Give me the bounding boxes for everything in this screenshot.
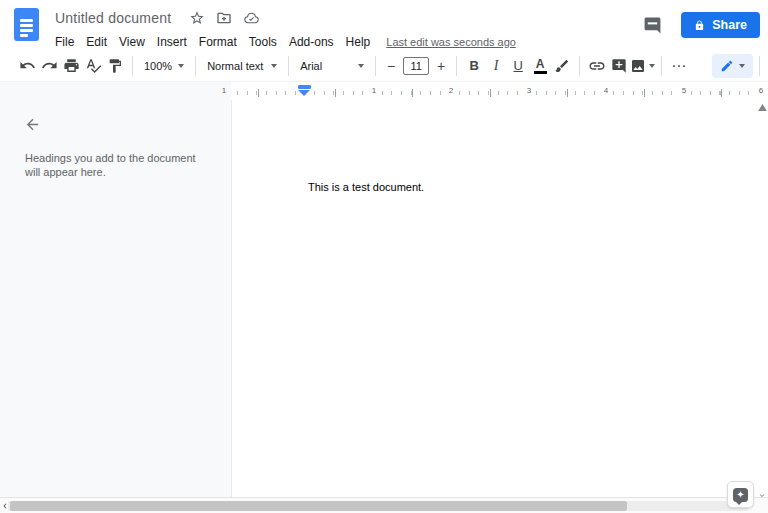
spellcheck-button[interactable]	[82, 54, 104, 78]
italic-button[interactable]: I	[485, 54, 507, 78]
explore-button[interactable]: ✦	[727, 481, 754, 508]
chevron-down-icon	[271, 64, 277, 68]
spellcheck-icon	[85, 57, 102, 74]
text-color-icon: A	[534, 58, 547, 74]
paragraph-style-select[interactable]: Normal text	[202, 54, 282, 78]
ruler-number: 4	[602, 85, 610, 96]
explore-icon: ✦	[733, 488, 748, 502]
undo-icon	[19, 57, 36, 74]
paragraph-style-value: Normal text	[207, 60, 265, 72]
pencil-icon	[720, 59, 734, 73]
topbar: Untitled document File Edit View	[0, 0, 768, 50]
move-to-folder-button[interactable]	[214, 9, 234, 27]
folder-move-icon	[216, 10, 232, 26]
topbar-right: Share	[641, 12, 760, 38]
font-family-value: Arial	[300, 60, 352, 72]
scrollbar-track[interactable]	[8, 501, 748, 511]
decrease-font-size-button[interactable]: −	[382, 54, 400, 78]
redo-icon	[41, 57, 58, 74]
increase-font-size-button[interactable]: +	[432, 54, 450, 78]
toolbar: 100% Normal text Arial − 11 + B I U A	[0, 50, 768, 82]
document-title[interactable]: Untitled document	[55, 10, 171, 26]
paint-roller-icon	[107, 58, 123, 74]
zoom-value: 100%	[144, 60, 172, 72]
menu-item-addons[interactable]: Add-ons	[283, 35, 340, 49]
toolbar-separator	[759, 56, 760, 76]
ruler-halftick-strip	[237, 89, 768, 97]
outline-placeholder: Headings you add to the document will ap…	[25, 152, 211, 179]
add-comment-icon	[611, 58, 627, 74]
add-comment-button[interactable]	[608, 54, 630, 78]
menu-item-tools[interactable]: Tools	[243, 35, 283, 49]
triangle-up-icon	[758, 104, 767, 111]
toolbar-separator	[661, 56, 662, 76]
last-edit-link[interactable]: Last edit was seconds ago	[386, 36, 516, 48]
paint-format-button[interactable]	[104, 54, 126, 78]
ruler-number: 6	[757, 85, 765, 96]
menu-item-edit[interactable]: Edit	[80, 35, 113, 49]
chevron-down-icon	[739, 64, 745, 68]
canvas: Headings you add to the document will ap…	[0, 100, 768, 497]
menu-item-help[interactable]: Help	[340, 35, 377, 49]
menubar: File Edit View Insert Format Tools Add-o…	[55, 33, 516, 51]
cloud-saved-icon	[243, 10, 260, 26]
chevron-down-icon	[649, 64, 655, 68]
chevron-down-icon	[358, 64, 364, 68]
insert-image-button[interactable]	[630, 54, 655, 78]
left-indent-icon[interactable]	[298, 90, 310, 96]
document-page[interactable]: This is a test document.	[231, 100, 768, 497]
undo-button[interactable]	[16, 54, 38, 78]
font-family-select[interactable]: Arial	[295, 54, 369, 78]
google-docs-window: Untitled document File Edit View	[0, 0, 768, 513]
menu-item-format[interactable]: Format	[193, 35, 243, 49]
close-outline-button[interactable]	[22, 114, 42, 134]
back-arrow-icon	[24, 116, 41, 133]
toolbar-separator	[375, 56, 376, 76]
lock-icon	[694, 20, 705, 31]
toolbar-separator	[456, 56, 457, 76]
docs-home-button[interactable]	[14, 8, 39, 41]
toolbar-separator	[579, 56, 580, 76]
link-icon	[588, 57, 606, 75]
toolbar-separator	[195, 56, 196, 76]
document-status-button[interactable]	[241, 9, 261, 27]
text-color-button[interactable]: A	[529, 54, 551, 78]
title-block: Untitled document File Edit View	[55, 7, 516, 51]
share-button[interactable]: Share	[681, 12, 760, 38]
indent-marker[interactable]	[298, 85, 311, 96]
document-text[interactable]: This is a test document.	[308, 180, 424, 195]
chevron-down-icon	[178, 64, 184, 68]
editing-mode-button[interactable]	[712, 54, 753, 78]
insert-link-button[interactable]	[586, 54, 608, 78]
first-line-indent-icon[interactable]	[298, 85, 311, 89]
docs-logo-icon	[14, 8, 39, 41]
highlight-color-button[interactable]	[551, 54, 573, 78]
ruler-number: 2	[447, 85, 455, 96]
menu-item-view[interactable]: View	[113, 35, 151, 49]
zoom-select[interactable]: 100%	[139, 54, 189, 78]
ruler-left-zone	[0, 82, 231, 100]
open-comments-button[interactable]	[641, 14, 663, 36]
share-button-label: Share	[712, 18, 747, 32]
font-size-input[interactable]: 11	[403, 57, 429, 75]
scroll-up-button[interactable]	[758, 97, 767, 115]
menu-item-file[interactable]: File	[55, 35, 80, 49]
toolbar-separator	[132, 56, 133, 76]
horizontal-scrollbar	[0, 497, 768, 513]
star-button[interactable]	[187, 9, 207, 27]
print-button[interactable]	[60, 54, 82, 78]
toolbar-separator	[288, 56, 289, 76]
ruler-number: 3	[525, 85, 533, 96]
menu-item-insert[interactable]: Insert	[151, 35, 193, 49]
ruler-number: 1	[222, 85, 226, 96]
scrollbar-thumb[interactable]	[10, 501, 627, 511]
star-icon	[189, 10, 205, 26]
bold-button[interactable]: B	[463, 54, 485, 78]
redo-button[interactable]	[38, 54, 60, 78]
underline-button[interactable]: U	[507, 54, 529, 78]
image-icon	[630, 58, 646, 74]
print-icon	[63, 57, 80, 74]
highlighter-icon	[554, 58, 570, 74]
more-options-button[interactable]: ⋯	[668, 54, 690, 78]
ruler: 1 1 2 3 4 5 6	[0, 82, 768, 100]
